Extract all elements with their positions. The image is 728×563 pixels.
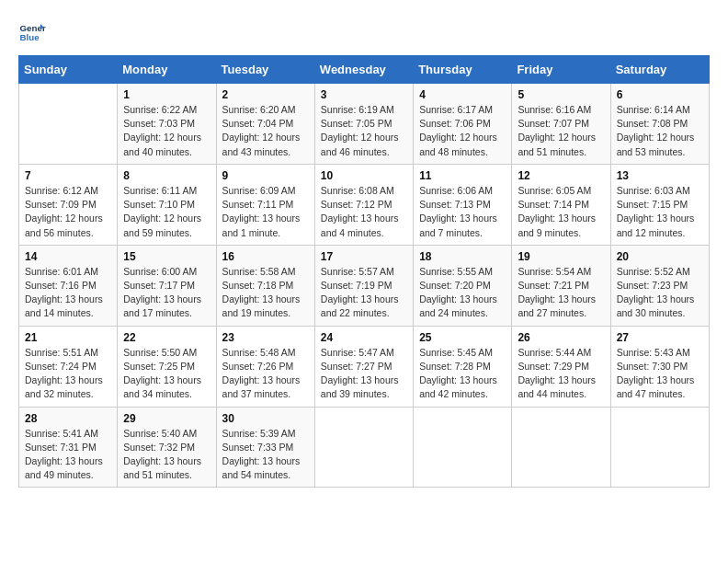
day-number: 11	[419, 169, 506, 182]
day-number: 20	[617, 250, 703, 263]
day-number: 7	[25, 169, 111, 182]
day-number: 26	[518, 331, 604, 344]
day-number: 18	[419, 250, 506, 263]
calendar-cell	[19, 84, 118, 165]
calendar-cell: 28Sunrise: 5:41 AM Sunset: 7:31 PM Dayli…	[19, 407, 118, 488]
calendar-cell: 21Sunrise: 5:51 AM Sunset: 7:24 PM Dayli…	[19, 326, 118, 407]
day-detail: Sunrise: 5:57 AM Sunset: 7:19 PM Dayligh…	[321, 265, 407, 321]
day-detail: Sunrise: 5:44 AM Sunset: 7:29 PM Dayligh…	[518, 346, 604, 402]
day-detail: Sunrise: 6:20 AM Sunset: 7:04 PM Dayligh…	[222, 103, 309, 159]
calendar-cell: 27Sunrise: 5:43 AM Sunset: 7:30 PM Dayli…	[610, 326, 709, 407]
calendar-cell: 3Sunrise: 6:19 AM Sunset: 7:05 PM Daylig…	[314, 84, 413, 165]
weekday-header-saturday: Saturday	[610, 56, 709, 84]
day-detail: Sunrise: 6:09 AM Sunset: 7:11 PM Dayligh…	[222, 184, 309, 240]
day-detail: Sunrise: 5:43 AM Sunset: 7:30 PM Dayligh…	[617, 346, 703, 402]
day-detail: Sunrise: 5:54 AM Sunset: 7:21 PM Dayligh…	[518, 265, 604, 321]
logo-icon: General Blue	[18, 18, 46, 46]
calendar-cell	[314, 407, 413, 488]
calendar-cell: 19Sunrise: 5:54 AM Sunset: 7:21 PM Dayli…	[512, 245, 610, 326]
day-number: 29	[123, 412, 210, 425]
day-number: 12	[518, 169, 604, 182]
calendar-cell: 11Sunrise: 6:06 AM Sunset: 7:13 PM Dayli…	[414, 164, 512, 245]
day-number: 6	[617, 88, 703, 101]
calendar-cell: 13Sunrise: 6:03 AM Sunset: 7:15 PM Dayli…	[610, 164, 709, 245]
calendar-cell: 15Sunrise: 6:00 AM Sunset: 7:17 PM Dayli…	[118, 245, 216, 326]
day-number: 2	[222, 88, 309, 101]
day-detail: Sunrise: 6:03 AM Sunset: 7:15 PM Dayligh…	[617, 184, 703, 240]
day-number: 23	[222, 331, 309, 344]
calendar-cell: 6Sunrise: 6:14 AM Sunset: 7:08 PM Daylig…	[610, 84, 709, 165]
day-number: 1	[123, 88, 210, 101]
day-number: 3	[321, 88, 407, 101]
calendar-cell: 9Sunrise: 6:09 AM Sunset: 7:11 PM Daylig…	[216, 164, 314, 245]
svg-text:Blue: Blue	[20, 32, 40, 42]
weekday-header-monday: Monday	[118, 56, 216, 84]
day-number: 16	[222, 250, 309, 263]
logo: General Blue	[18, 18, 46, 46]
day-detail: Sunrise: 6:17 AM Sunset: 7:06 PM Dayligh…	[419, 103, 506, 159]
day-detail: Sunrise: 6:01 AM Sunset: 7:16 PM Dayligh…	[25, 265, 111, 321]
calendar-cell: 25Sunrise: 5:45 AM Sunset: 7:28 PM Dayli…	[414, 326, 512, 407]
day-detail: Sunrise: 6:22 AM Sunset: 7:03 PM Dayligh…	[123, 103, 210, 159]
calendar-cell: 10Sunrise: 6:08 AM Sunset: 7:12 PM Dayli…	[314, 164, 413, 245]
day-detail: Sunrise: 5:55 AM Sunset: 7:20 PM Dayligh…	[419, 265, 506, 321]
day-detail: Sunrise: 5:40 AM Sunset: 7:32 PM Dayligh…	[123, 427, 210, 483]
calendar-cell	[610, 407, 709, 488]
day-detail: Sunrise: 5:41 AM Sunset: 7:31 PM Dayligh…	[25, 427, 111, 483]
calendar-cell: 18Sunrise: 5:55 AM Sunset: 7:20 PM Dayli…	[414, 245, 512, 326]
weekday-header-sunday: Sunday	[19, 56, 118, 84]
day-number: 4	[419, 88, 506, 101]
day-detail: Sunrise: 5:50 AM Sunset: 7:25 PM Dayligh…	[123, 346, 210, 402]
calendar-cell: 20Sunrise: 5:52 AM Sunset: 7:23 PM Dayli…	[610, 245, 709, 326]
day-detail: Sunrise: 6:00 AM Sunset: 7:17 PM Dayligh…	[123, 265, 210, 321]
day-number: 13	[617, 169, 703, 182]
day-detail: Sunrise: 5:51 AM Sunset: 7:24 PM Dayligh…	[25, 346, 111, 402]
day-detail: Sunrise: 6:11 AM Sunset: 7:10 PM Dayligh…	[123, 184, 210, 240]
calendar-cell: 1Sunrise: 6:22 AM Sunset: 7:03 PM Daylig…	[118, 84, 216, 165]
day-detail: Sunrise: 6:14 AM Sunset: 7:08 PM Dayligh…	[617, 103, 703, 159]
day-detail: Sunrise: 6:06 AM Sunset: 7:13 PM Dayligh…	[419, 184, 506, 240]
calendar-cell: 2Sunrise: 6:20 AM Sunset: 7:04 PM Daylig…	[216, 84, 314, 165]
day-detail: Sunrise: 6:08 AM Sunset: 7:12 PM Dayligh…	[321, 184, 407, 240]
day-number: 8	[123, 169, 210, 182]
day-number: 21	[25, 331, 111, 344]
calendar-cell: 14Sunrise: 6:01 AM Sunset: 7:16 PM Dayli…	[19, 245, 118, 326]
day-number: 15	[123, 250, 210, 263]
day-detail: Sunrise: 6:19 AM Sunset: 7:05 PM Dayligh…	[321, 103, 407, 159]
day-number: 17	[321, 250, 407, 263]
calendar-cell: 26Sunrise: 5:44 AM Sunset: 7:29 PM Dayli…	[512, 326, 610, 407]
calendar-cell: 30Sunrise: 5:39 AM Sunset: 7:33 PM Dayli…	[216, 407, 314, 488]
day-detail: Sunrise: 5:52 AM Sunset: 7:23 PM Dayligh…	[617, 265, 703, 321]
calendar-cell	[512, 407, 610, 488]
day-detail: Sunrise: 5:45 AM Sunset: 7:28 PM Dayligh…	[419, 346, 506, 402]
day-detail: Sunrise: 5:39 AM Sunset: 7:33 PM Dayligh…	[222, 427, 309, 483]
calendar-table: SundayMondayTuesdayWednesdayThursdayFrid…	[18, 55, 710, 488]
calendar-cell: 8Sunrise: 6:11 AM Sunset: 7:10 PM Daylig…	[118, 164, 216, 245]
day-detail: Sunrise: 5:58 AM Sunset: 7:18 PM Dayligh…	[222, 265, 309, 321]
page-header: General Blue	[18, 18, 710, 46]
day-number: 27	[617, 331, 703, 344]
day-number: 9	[222, 169, 309, 182]
weekday-header-tuesday: Tuesday	[216, 56, 314, 84]
calendar-cell: 4Sunrise: 6:17 AM Sunset: 7:06 PM Daylig…	[414, 84, 512, 165]
day-number: 28	[25, 412, 111, 425]
calendar-cell: 16Sunrise: 5:58 AM Sunset: 7:18 PM Dayli…	[216, 245, 314, 326]
calendar-cell	[414, 407, 512, 488]
day-number: 22	[123, 331, 210, 344]
calendar-cell: 12Sunrise: 6:05 AM Sunset: 7:14 PM Dayli…	[512, 164, 610, 245]
day-detail: Sunrise: 6:16 AM Sunset: 7:07 PM Dayligh…	[518, 103, 604, 159]
weekday-header-thursday: Thursday	[414, 56, 512, 84]
day-detail: Sunrise: 6:05 AM Sunset: 7:14 PM Dayligh…	[518, 184, 604, 240]
calendar-cell: 24Sunrise: 5:47 AM Sunset: 7:27 PM Dayli…	[314, 326, 413, 407]
day-number: 30	[222, 412, 309, 425]
calendar-cell: 22Sunrise: 5:50 AM Sunset: 7:25 PM Dayli…	[118, 326, 216, 407]
day-detail: Sunrise: 5:47 AM Sunset: 7:27 PM Dayligh…	[321, 346, 407, 402]
day-number: 24	[321, 331, 407, 344]
calendar-cell: 17Sunrise: 5:57 AM Sunset: 7:19 PM Dayli…	[314, 245, 413, 326]
day-detail: Sunrise: 5:48 AM Sunset: 7:26 PM Dayligh…	[222, 346, 309, 402]
calendar-cell: 5Sunrise: 6:16 AM Sunset: 7:07 PM Daylig…	[512, 84, 610, 165]
day-number: 25	[419, 331, 506, 344]
calendar-cell: 29Sunrise: 5:40 AM Sunset: 7:32 PM Dayli…	[118, 407, 216, 488]
weekday-header-wednesday: Wednesday	[314, 56, 413, 84]
weekday-header-friday: Friday	[512, 56, 610, 84]
